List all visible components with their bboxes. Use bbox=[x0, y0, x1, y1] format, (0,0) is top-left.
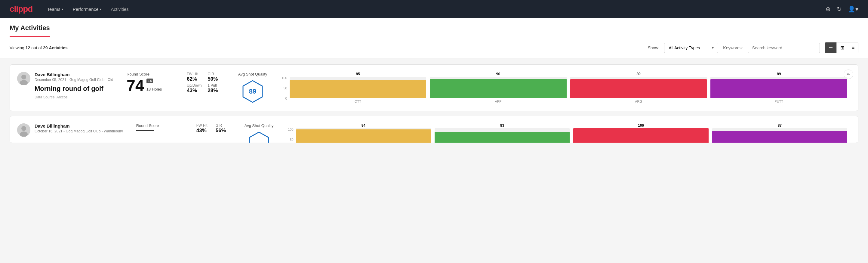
bar-ott bbox=[290, 80, 427, 98]
card-score: Round Score 74 +4 18 Holes bbox=[121, 72, 175, 93]
list-view-button[interactable]: ☰ bbox=[825, 42, 837, 53]
search-input[interactable] bbox=[748, 43, 820, 53]
bar-wrap bbox=[710, 77, 847, 98]
hexagon bbox=[247, 131, 271, 143]
keywords-label: Keywords: bbox=[723, 46, 743, 50]
svg-point-5 bbox=[21, 126, 26, 131]
user-icon[interactable]: 👤▾ bbox=[848, 5, 858, 12]
chart-col-app: 90 APP bbox=[430, 72, 567, 103]
card-stats: FW Hit 62% GIR 50% Up/Down 43% 1 Putt 28… bbox=[182, 72, 227, 94]
bar-wrap bbox=[712, 128, 847, 143]
card-left: Dave Billingham December 05, 2021 - Gog … bbox=[17, 72, 114, 99]
round-score-label: Round Score bbox=[136, 123, 178, 128]
chart-col-putt: 89 PUTT bbox=[710, 72, 847, 103]
chart-columns: 85 OTT 90 APP 89 bbox=[290, 72, 847, 103]
course-date: October 16, 2021 - Gog Magog Golf Club -… bbox=[35, 129, 123, 133]
bar-arg bbox=[573, 128, 708, 143]
stat-updown: Up/Down 43% bbox=[187, 83, 202, 94]
page-header: My Activities bbox=[0, 18, 868, 37]
bar-wrap bbox=[435, 128, 570, 143]
svg-marker-7 bbox=[249, 132, 269, 143]
card-score: Round Score bbox=[130, 123, 184, 131]
stat-fw-hit: FW Hit 62% bbox=[187, 72, 202, 82]
add-icon[interactable]: ⊕ bbox=[826, 5, 831, 12]
score-badge: +4 bbox=[147, 79, 153, 83]
nav-teams[interactable]: Teams ▾ bbox=[47, 7, 63, 12]
bar-putt bbox=[710, 79, 847, 98]
chart-col-putt: 87 PUTT bbox=[712, 123, 847, 143]
page-title: My Activities bbox=[10, 18, 50, 37]
chart-col-ott: 94 OTT bbox=[296, 123, 431, 143]
chart-yaxis: 100 50 0 bbox=[281, 76, 287, 100]
chevron-down-icon: ▾ bbox=[712, 46, 714, 50]
bar-putt bbox=[712, 131, 847, 143]
stat-gir: GIR 50% bbox=[208, 72, 222, 82]
bar-app bbox=[435, 132, 570, 143]
filter-bar: Viewing 12 out of 29 Activities Show: Al… bbox=[0, 37, 868, 58]
avatar bbox=[17, 72, 30, 85]
avatar bbox=[17, 123, 30, 137]
bar-wrap bbox=[573, 128, 708, 143]
chart-col-app: 83 APP bbox=[435, 123, 570, 143]
chart-columns: 94 OTT 83 APP 106 bbox=[296, 123, 847, 143]
show-label: Show: bbox=[648, 46, 659, 50]
nav-right-icons: ⊕ ↻ 👤▾ bbox=[826, 5, 858, 12]
stat-gir: GIR 56% bbox=[216, 123, 229, 134]
course-date: December 05, 2021 - Gog Magog Golf Club … bbox=[35, 78, 113, 82]
activity-card: ✏ Dave Billingham December 05, 2021 - Go… bbox=[10, 64, 858, 111]
quality-label: Avg Shot Quality bbox=[245, 123, 274, 128]
card-stats: FW Hit 43% GIR 56% bbox=[192, 123, 234, 134]
card-info: Dave Billingham October 16, 2021 - Gog M… bbox=[35, 123, 123, 133]
stat-fw-hit: FW Hit 43% bbox=[196, 123, 210, 134]
score-value: 74 +4 18 Holes bbox=[127, 78, 169, 93]
refresh-icon[interactable]: ↻ bbox=[837, 5, 842, 12]
data-source: Data Source: Arccos bbox=[35, 95, 113, 99]
nav-performance[interactable]: Performance ▾ bbox=[73, 7, 101, 12]
bar-chart: 100 50 0 85 OTT 90 bbox=[278, 72, 851, 103]
activities-content: ✏ Dave Billingham December 05, 2021 - Go… bbox=[0, 58, 868, 154]
grid-view-button[interactable]: ⊞ bbox=[837, 42, 848, 53]
activity-title: Morning round of golf bbox=[35, 85, 113, 93]
view-toggles: ☰ ⊞ ≡ bbox=[825, 42, 858, 53]
navigation: clippd Teams ▾ Performance ▾ Activities … bbox=[0, 0, 868, 18]
bar-wrap bbox=[570, 77, 707, 98]
quality-score: 89 bbox=[249, 88, 256, 95]
bar-arg bbox=[570, 79, 707, 98]
bar-wrap bbox=[296, 128, 431, 143]
card-left: Dave Billingham October 16, 2021 - Gog M… bbox=[17, 123, 123, 137]
activity-type-dropdown[interactable]: All Activity Types ▾ bbox=[664, 43, 718, 53]
player-name: Dave Billingham bbox=[35, 123, 123, 128]
nav-activities[interactable]: Activities bbox=[111, 7, 129, 12]
bar-app bbox=[430, 79, 567, 98]
player-name: Dave Billingham bbox=[35, 72, 113, 77]
bar-ott bbox=[296, 129, 431, 143]
chart-yaxis: 100 50 0 bbox=[288, 127, 293, 143]
activity-card: Dave Billingham October 16, 2021 - Gog M… bbox=[10, 116, 858, 143]
quality-label: Avg Shot Quality bbox=[238, 72, 268, 77]
chevron-down-icon: ▾ bbox=[62, 7, 63, 11]
chart-col-arg: 89 ARG bbox=[570, 72, 707, 103]
chart-col-ott: 85 OTT bbox=[290, 72, 427, 103]
score-number: 74 bbox=[127, 78, 144, 93]
card-quality: Avg Shot Quality 89 bbox=[235, 72, 271, 104]
stat-1putt: 1 Putt 28% bbox=[208, 83, 222, 94]
bar-chart: 100 50 0 94 OTT 83 bbox=[284, 123, 851, 143]
chevron-down-icon: ▾ bbox=[100, 7, 101, 11]
round-score-label: Round Score bbox=[127, 72, 169, 77]
score-holes: 18 Holes bbox=[147, 87, 162, 91]
viewing-count: Viewing 12 out of 29 Activities bbox=[10, 46, 643, 50]
compact-view-button[interactable]: ≡ bbox=[848, 42, 858, 53]
svg-point-1 bbox=[21, 75, 26, 80]
logo[interactable]: clippd bbox=[10, 4, 32, 14]
bar-wrap bbox=[430, 77, 567, 98]
bar-wrap bbox=[290, 77, 427, 98]
card-info: Dave Billingham December 05, 2021 - Gog … bbox=[35, 72, 113, 99]
chart-col-arg: 106 ARG bbox=[573, 123, 708, 143]
card-quality: Avg Shot Quality bbox=[241, 123, 277, 143]
hexagon: 89 bbox=[241, 80, 265, 104]
